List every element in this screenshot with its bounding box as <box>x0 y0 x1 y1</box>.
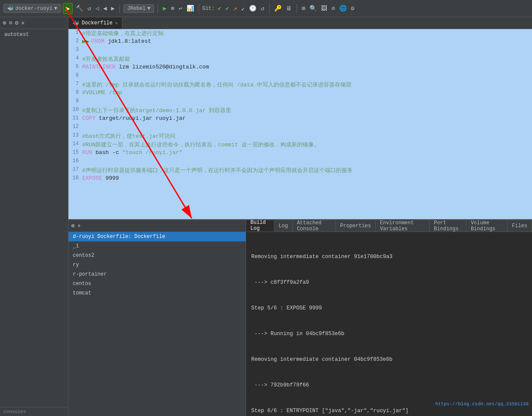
container-item-6[interactable]: tomcat <box>68 288 246 298</box>
translate-icon[interactable]: 🌐 <box>338 4 348 13</box>
tab-environment-variables[interactable]: Environment Variables <box>376 220 430 232</box>
code-line-11: 11 COPY target/ruoyi.jar ruoyi.jar <box>68 115 532 123</box>
project-name: docker-ruoyi <box>15 6 52 12</box>
log-output: Removing intermediate container 91e1700b… <box>246 232 532 416</box>
toolbar-separator-1 <box>119 4 120 13</box>
sync-icon[interactable]: ↺ <box>86 4 92 13</box>
tab-files[interactable]: Files <box>508 220 532 232</box>
jrebel-dropdown-arrow: ▼ <box>147 6 150 12</box>
git-clock-icon[interactable]: 🕐 <box>248 4 258 13</box>
stop-icon[interactable]: ■ <box>169 4 175 13</box>
tab-port-bindings[interactable]: Port Bindings <box>430 220 467 232</box>
container-item-0[interactable]: d-ruoyi Dockerfile: Dockerfile <box>68 232 246 241</box>
container-item-3[interactable]: ry <box>68 260 246 270</box>
container-item-1[interactable]: _1 <box>68 241 246 251</box>
container-item-5[interactable]: centos <box>68 279 246 288</box>
log-line-5: ---> 792b9bf79f66 <box>251 381 527 389</box>
code-line-8: 8 #VOLUME /tmp <box>68 89 532 98</box>
bottom-left-toolbar: ⊕ + <box>68 220 246 232</box>
code-line-13: 13 #bash方式执行，使test.jar可访问 <box>68 132 532 140</box>
run-button[interactable]: ▶ <box>63 3 73 14</box>
step-icon[interactable]: ↩ <box>177 4 183 13</box>
log-line-4: Removing intermediate container 04bc9f85… <box>251 355 527 364</box>
container-item-4[interactable]: r-portainer <box>68 270 246 279</box>
left-close-icon[interactable]: ✕ <box>21 19 24 27</box>
console-label: consoles <box>3 409 26 414</box>
project-dropdown[interactable]: 🐳 docker-ruoyi ▼ <box>3 4 61 13</box>
bl-add-icon[interactable]: + <box>77 223 80 229</box>
left-collapse-icon[interactable]: ≡ <box>9 20 12 27</box>
build-icon[interactable]: 🔨 <box>74 4 84 13</box>
dockerfile-icon: 🐳 <box>73 20 79 27</box>
log-line-1: ---> c8f3ff9a2fa9 <box>251 278 527 287</box>
left-autotest-item[interactable]: autotest <box>0 31 68 39</box>
search-icon[interactable]: 🔍 <box>308 4 318 13</box>
run-green-icon[interactable]: ▶ <box>161 4 167 13</box>
tab-attached-console[interactable]: Attached Console <box>293 220 336 232</box>
left-toolbar: ⊕ ≡ ⚙ ✕ <box>0 17 68 29</box>
tab-log[interactable]: Log <box>274 220 293 232</box>
undo-icon[interactable]: ◁ <box>94 4 100 13</box>
tab-properties[interactable]: Properties <box>336 220 376 232</box>
left-settings-icon[interactable]: ⊕ <box>3 19 6 27</box>
git-merge-icon[interactable]: ↙ <box>240 4 246 13</box>
server-icon[interactable]: 🖥 <box>285 4 293 13</box>
code-line-2: 2 ▶▶ FROM jdk1.8:latest <box>68 38 532 46</box>
key-icon[interactable]: 🔑 <box>273 4 283 13</box>
toolbar-separator-5 <box>297 4 297 13</box>
left-tree: autotest <box>0 29 68 407</box>
editor-section: 🐳 Dockerfile ✕ 1 #指定基础镜像，在其上进行定制 2 ▶▶ FR… <box>68 17 532 416</box>
dockerfile-tab-close[interactable]: ✕ <box>115 21 118 26</box>
dropdown-arrow: ▼ <box>54 6 57 12</box>
git-revert-icon[interactable]: ↺ <box>259 4 265 13</box>
log-line-3: ---> Running in 04bc9f853e6b <box>251 330 527 338</box>
code-line-7: 7 #这里的 /tmp 目录就会在运行时自动挂载为匿名卷，任何向 /data 中… <box>68 80 532 89</box>
git-arrow-icon[interactable]: ↗ <box>232 4 238 13</box>
code-line-1: 1 #指定基础镜像，在其上进行定制 <box>68 29 532 38</box>
jrebel-label: JRebel <box>127 6 146 12</box>
jrebel-button[interactable]: JRebel ▼ <box>123 4 154 13</box>
docker-containers-list: d-ruoyi Dockerfile: Dockerfile _1 centos… <box>68 232 246 416</box>
code-line-10: 10 #复制上下一目录下的target/demo-1.0.0.jar 到容器里 <box>68 106 532 115</box>
extra-icon[interactable]: ⚙ <box>350 4 356 13</box>
tab-build-log[interactable]: Build Log <box>246 220 274 232</box>
editor-area: 🐳 Dockerfile ✕ 1 #指定基础镜像，在其上进行定制 2 ▶▶ FR… <box>68 17 532 219</box>
bottom-left-panel: ⊕ + d-ruoyi Dockerfile: Dockerfile _1 ce… <box>68 220 246 416</box>
code-line-4: 4 #开发者姓名及邮箱 <box>68 55 532 63</box>
tab-volume-bindings[interactable]: Volume Bindings <box>467 220 508 232</box>
code-line-6: 6 <box>68 72 532 80</box>
log-line-0: Removing intermediate container 91e1700b… <box>251 253 527 261</box>
image-icon[interactable]: 🖼 <box>320 4 328 13</box>
left-panel: ⊕ ≡ ⚙ ✕ autotest consoles <box>0 17 68 416</box>
git-check2-icon[interactable]: ✔ <box>224 4 230 13</box>
code-line-3: 3 <box>68 46 532 55</box>
code-editor[interactable]: 1 #指定基础镜像，在其上进行定制 2 ▶▶ FROM jdk1.8:lates… <box>68 29 532 219</box>
toolbar-separator-2 <box>158 4 158 13</box>
block-icon[interactable]: ⊘ <box>330 4 336 13</box>
nav-forward-icon[interactable]: ▶ <box>110 4 116 13</box>
nav-back-icon[interactable]: ◀ <box>102 4 108 13</box>
git-check-icon[interactable]: ✔ <box>217 4 223 13</box>
bl-settings-icon[interactable]: ⊕ <box>71 222 74 229</box>
code-line-15: 15 RUN bash -c "touch /ruoyi.jar" <box>68 149 532 157</box>
main-area: ⊕ ≡ ⚙ ✕ autotest consoles 🐳 Dockerfile ✕ <box>0 17 532 416</box>
coverage-icon[interactable]: 📊 <box>185 4 195 13</box>
git-label: Git: <box>202 6 215 12</box>
dockerfile-tab[interactable]: 🐳 Dockerfile ✕ <box>68 18 122 29</box>
code-line-5: 5 MAINTAINER lzm lizemin520@dingtalk.com <box>68 63 532 72</box>
layout-icon[interactable]: ⊞ <box>300 4 306 13</box>
code-line-17: 17 #声明运行时容器提供服务端口，这只是一个声明，在运行时并不会因为这个声明应… <box>68 166 532 175</box>
toolbar-separator-3 <box>199 4 199 13</box>
docker-icon: 🐳 <box>7 5 14 12</box>
editor-tab-bar: 🐳 Dockerfile ✕ <box>68 17 532 29</box>
dockerfile-tab-label: Dockerfile <box>82 20 113 26</box>
code-line-12: 12 <box>68 123 532 132</box>
left-gear-icon[interactable]: ⚙ <box>15 19 18 27</box>
toolbar-separator-4 <box>269 4 270 13</box>
bottom-right-panel: Build Log Log Attached Console Propertie… <box>246 220 532 416</box>
container-item-2[interactable]: centos2 <box>68 251 246 260</box>
watermark-link[interactable]: https://blog.csdn.net/qq_33501130 <box>435 401 529 407</box>
run-icon-line2: ▶▶ <box>82 38 91 45</box>
toolbar: 🐳 docker-ruoyi ▼ ▶ 🔨 ↺ ◁ ◀ ▶ JRebel ▼ ▶ … <box>0 0 532 17</box>
log-line-2: Step 5/6 : EXPOSE 9999 <box>251 304 527 312</box>
